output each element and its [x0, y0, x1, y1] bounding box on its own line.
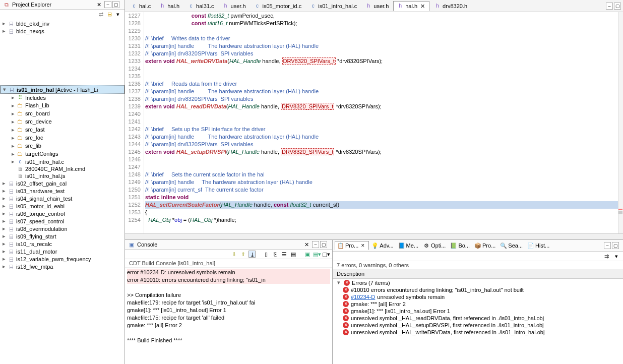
editor-tab[interactable]: hhal.h: [155, 1, 183, 11]
close-icon[interactable]: ✕: [303, 241, 310, 248]
project-node[interactable]: ▸ ⌸ is09_flying_start: [0, 232, 124, 240]
view-menu-icon[interactable]: ▾: [114, 11, 121, 18]
maximize-button[interactable]: ▢: [112, 1, 119, 8]
maximize-button[interactable]: ▢: [614, 3, 621, 10]
clear-console-icon[interactable]: ▯: [263, 251, 270, 258]
code-content[interactable]: const float32_t pwmPeriod_usec, const ui…: [144, 12, 623, 233]
tree-item[interactable]: ▸ 🗀 src_fast: [9, 126, 124, 134]
display-selected-icon[interactable]: ☰: [281, 251, 288, 258]
bottom-tab[interactable]: 📗Bo...: [448, 241, 472, 250]
code-line[interactable]: const uint16_t numPWMTicksPerISRTick);: [145, 20, 623, 27]
problems-group-errors[interactable]: ▾ ✕ Errors (7 items): [333, 279, 623, 286]
code-line[interactable]: [145, 118, 623, 126]
project-node[interactable]: ▸ ⌸ is08_overmodulation: [0, 225, 124, 232]
code-line[interactable]: static inline void: [145, 194, 623, 201]
horizontal-scrollbar[interactable]: [125, 233, 623, 239]
code-line[interactable]: [145, 65, 623, 73]
expand-icon[interactable]: ▸: [1, 256, 7, 262]
editor-tab[interactable]: hhal.h ✕: [393, 1, 429, 11]
code-line[interactable]: //! \param[in] handle The hardware abstr…: [145, 178, 623, 186]
code-line[interactable]: extern void HAL_writeDRVData(HAL_Handle …: [145, 57, 623, 65]
project-node[interactable]: ▸ ⌸ is05_motor_id_eabi: [0, 202, 124, 210]
expand-icon[interactable]: ▸: [10, 110, 16, 117]
filters-icon[interactable]: ⇉: [603, 253, 610, 260]
tree-item[interactable]: ▸ ⠿ Includes: [9, 94, 124, 101]
code-line[interactable]: [145, 110, 623, 118]
project-node[interactable]: ▸ ⌸ is06_torque_control: [0, 210, 124, 217]
close-icon[interactable]: ✕: [95, 1, 102, 8]
problem-item[interactable]: ✕ #10010 errors encountered during linki…: [333, 286, 623, 293]
problem-item[interactable]: ✕ #10234-D unresolved symbols remain: [333, 293, 623, 300]
expand-icon[interactable]: ▸: [1, 210, 7, 217]
minimize-button[interactable]: –: [604, 242, 611, 249]
expand-icon[interactable]: ▸: [10, 143, 16, 149]
tree-item[interactable]: ▸ 🗀 targetConfigs: [9, 150, 124, 158]
expand-icon[interactable]: ▸: [1, 188, 7, 194]
code-line[interactable]: extern void HAL_setupDRVSPI(HAL_Handle h…: [145, 148, 623, 156]
prev-error-icon[interactable]: ⬆: [239, 251, 246, 258]
code-line[interactable]: //! \brief Reads data from the driver: [145, 80, 623, 88]
editor-tab[interactable]: hdrv8320.h: [430, 1, 471, 11]
problem-item[interactable]: ✕ gmake[1]: *** [is01_intro_hal.out] Err…: [333, 308, 623, 315]
editor-tab[interactable]: huser.h: [361, 1, 392, 11]
problems-column-header[interactable]: Description: [333, 269, 623, 279]
expand-icon[interactable]: ▸: [1, 248, 7, 255]
expand-icon[interactable]: ▸: [10, 118, 16, 125]
minimize-button[interactable]: –: [312, 241, 319, 248]
tree-item[interactable]: ▸ 🗀 src_device: [9, 117, 124, 126]
expand-icon[interactable]: ▸: [1, 20, 7, 27]
problem-item[interactable]: ✕ unresolved symbol _HAL_readDRVData, fi…: [333, 315, 623, 322]
new-console-icon[interactable]: ▢▾: [322, 251, 329, 258]
expand-icon[interactable]: ▸: [1, 28, 7, 34]
expand-icon[interactable]: ▸: [1, 218, 7, 224]
collapse-all-icon[interactable]: ⊟: [106, 11, 113, 18]
code-line[interactable]: //! \brief Sets the current scale factor…: [145, 171, 623, 178]
tree-item[interactable]: ▸ 🗀 src_foc: [9, 134, 124, 142]
editor-tab[interactable]: cis01_intro_hal.c: [306, 1, 360, 11]
code-line[interactable]: //! \brief Sets up the SPI interface for…: [145, 126, 623, 133]
code-line[interactable]: {: [145, 209, 623, 216]
console-output[interactable]: error #10234-D: unresolved symbols remai…: [125, 268, 332, 364]
project-node[interactable]: ▸ ⌸ is04_signal_chain_test: [0, 195, 124, 202]
code-line[interactable]: //! \param[in] drv8320SPIVars SPI variab…: [145, 95, 623, 103]
view-menu-icon[interactable]: ▾: [613, 253, 620, 260]
tree-item[interactable]: ▸ c is01_intro_hal.c: [9, 158, 124, 165]
link-editor-icon[interactable]: ⇄: [97, 11, 104, 18]
minimize-button[interactable]: –: [606, 3, 613, 10]
tree-item[interactable]: 🗎 280049C_RAM_lnk.cmd: [9, 165, 124, 172]
code-line[interactable]: //! \param[in] drv8320SPIVars SPI variab…: [145, 141, 623, 148]
tree-item[interactable]: ▸ 🗀 src_lib: [9, 142, 124, 150]
expand-icon[interactable]: ▸: [1, 240, 7, 247]
project-node[interactable]: ▸ ⌸ is11_dual_motor: [0, 248, 124, 255]
expand-icon[interactable]: ▸: [1, 180, 7, 187]
close-icon[interactable]: ✕: [419, 3, 426, 10]
remove-all-icon[interactable]: ▤: [290, 251, 297, 258]
code-line[interactable]: //! \param[in] current_sf The current sc…: [145, 186, 623, 194]
code-editor[interactable]: 1227122812291230123112321233123412351236…: [125, 12, 623, 233]
problems-tree[interactable]: ▾ ✕ Errors (7 items) ✕ #10010 errors enc…: [333, 279, 623, 364]
project-node[interactable]: ▸ ⌸ bldc_ekxl_inv: [0, 20, 124, 27]
expand-icon[interactable]: ▸: [10, 127, 16, 133]
tree-item[interactable]: ▸ 🗀 src_board: [9, 109, 124, 117]
expand-icon[interactable]: ▸: [10, 158, 16, 165]
code-line[interactable]: [145, 163, 623, 171]
code-line[interactable]: HAL_Obj *obj = (HAL_Obj *)handle;: [145, 216, 623, 224]
code-line[interactable]: HAL_setCurrentScaleFactor(HAL_Handle han…: [145, 201, 623, 209]
scroll-lock-icon[interactable]: ⤓: [248, 251, 256, 258]
code-line[interactable]: [145, 156, 623, 163]
project-tree[interactable]: ▸ ⌸ bldc_ekxl_inv ▸ ⌸ bldc_nexqs ▾ ⌸ is0…: [0, 19, 124, 364]
project-node[interactable]: ▸ ⌸ is03_hardware_test: [0, 187, 124, 195]
project-node-active[interactable]: ▾ ⌸ is01_intro_hal [Active - Flash_Li: [0, 85, 124, 94]
project-node[interactable]: ▸ ⌸ is10_rs_recalc: [0, 240, 124, 248]
expand-icon[interactable]: ▸: [10, 135, 16, 141]
problem-item[interactable]: ✕ unresolved symbol _HAL_writeDRVData, f…: [333, 329, 623, 336]
bottom-tab[interactable]: 💡Adv...: [369, 241, 395, 250]
problem-item[interactable]: ✕ gmake: *** [all] Error 2: [333, 300, 623, 308]
display-console-icon[interactable]: ▤▾: [313, 251, 320, 258]
code-line[interactable]: //! \param[in] drv8320SPIVars SPI variab…: [145, 50, 623, 57]
bottom-tab[interactable]: 📋Pro... ✕: [335, 241, 369, 250]
bottom-tab[interactable]: 📦Pro...: [472, 241, 497, 250]
code-line[interactable]: [145, 27, 623, 35]
expand-icon[interactable]: ▸: [10, 94, 16, 101]
maximize-button[interactable]: ▢: [612, 242, 619, 249]
